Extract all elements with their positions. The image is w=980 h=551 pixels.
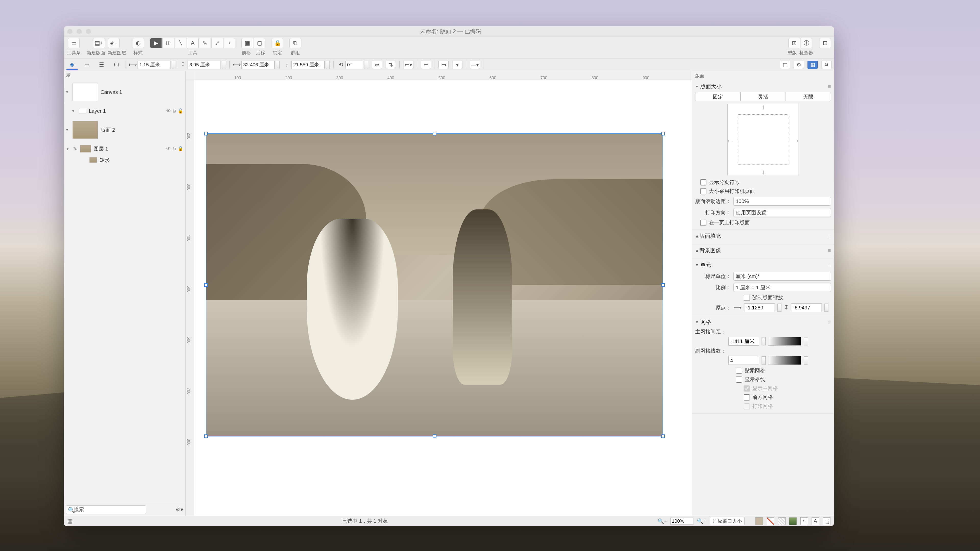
grid-front-checkbox[interactable]: [744, 394, 750, 400]
height-field[interactable]: [291, 61, 325, 69]
section-bg-image[interactable]: ▶背景图像≡: [692, 245, 834, 259]
group-button[interactable]: ⧉: [290, 38, 301, 48]
presentation-icon[interactable]: ▦: [67, 518, 73, 524]
sidebar-tab-outline[interactable]: ▭: [81, 60, 92, 70]
print-icon[interactable]: ⎙: [173, 146, 176, 151]
sidebar-shape-rect[interactable]: 矩形: [64, 155, 185, 165]
sidebar-canvas-2[interactable]: ▼ 版面 2: [64, 117, 185, 143]
force-scale-checkbox[interactable]: [744, 295, 750, 301]
print-on-one-page-checkbox[interactable]: [700, 220, 706, 226]
y-stepper[interactable]: [222, 61, 226, 69]
rot-stepper[interactable]: [364, 61, 368, 69]
x-stepper[interactable]: [172, 61, 176, 69]
eye-icon[interactable]: 👁: [166, 146, 171, 151]
origin-x-field[interactable]: [744, 303, 775, 312]
canvas-viewport[interactable]: [194, 80, 692, 516]
resize-handle-tr[interactable]: [661, 132, 665, 135]
size-mode-fixed[interactable]: 固定: [695, 92, 741, 101]
text-tool-button[interactable]: A: [187, 38, 199, 48]
show-page-breaks-checkbox[interactable]: [700, 179, 706, 186]
zoom-level-field[interactable]: [670, 518, 694, 525]
print-icon[interactable]: ⎙: [173, 108, 176, 114]
sidebar-tab-guides[interactable]: ☰: [96, 60, 107, 70]
origin-y-field[interactable]: [791, 303, 822, 312]
line-tool-button[interactable]: ╲: [175, 38, 186, 48]
eye-icon[interactable]: 👁: [166, 108, 171, 114]
ruler-units-select[interactable]: 厘米 (cm)*: [733, 272, 831, 281]
zoom-out-icon[interactable]: 🔍−: [658, 518, 667, 524]
new-canvas-button[interactable]: ▤+: [93, 38, 105, 48]
close-window-button[interactable]: [67, 29, 73, 34]
inspector-tab-document[interactable]: 🗎: [821, 61, 832, 69]
scale-select[interactable]: 1 厘米 = 1 厘米: [733, 283, 831, 292]
inspector-toggle-button[interactable]: ⓘ: [800, 38, 812, 48]
flip-v-button[interactable]: ⇅: [386, 61, 396, 69]
sub-grid-count-field[interactable]: [729, 356, 759, 365]
sidebar-tab-layers[interactable]: ◈: [66, 60, 78, 70]
inspector-tab-canvas[interactable]: ▦: [808, 61, 818, 69]
disclosure-triangle-icon[interactable]: ▼: [72, 109, 76, 113]
shape-tool-button[interactable]: ◻⃕: [162, 38, 174, 48]
lock-icon[interactable]: 🔓: [178, 108, 183, 114]
resize-handle-ml[interactable]: [204, 283, 208, 287]
toolbar-button-customize[interactable]: ▭: [68, 38, 80, 48]
inspector-tab-geometry[interactable]: ◫: [780, 61, 790, 69]
zoom-window-button[interactable]: [86, 29, 91, 34]
crop-tool-button[interactable]: ⤢: [211, 38, 223, 48]
fit-to-window-button[interactable]: 适应窗口大小: [710, 517, 745, 525]
send-backward-button[interactable]: ▢: [254, 38, 266, 48]
inspector-geometry-icon[interactable]: ⬚: [823, 517, 830, 525]
sidebar-layer-1[interactable]: ▼ Layer 1 👁⎙🔓: [64, 105, 185, 117]
width-field[interactable]: [242, 61, 275, 69]
fill-color-swatch[interactable]: [756, 517, 763, 525]
snap-to-grid-checkbox[interactable]: [736, 368, 742, 374]
selected-image-object[interactable]: [206, 133, 663, 437]
sidebar-layer-2[interactable]: ▼ ✎ 图层 1 👁⎙🔓: [64, 143, 185, 155]
section-title-units[interactable]: ▼单元≡: [695, 260, 831, 271]
sub-grid-color-swatch[interactable]: [768, 356, 801, 365]
new-layer-button[interactable]: ◈+: [108, 38, 120, 48]
sidebar-tab-selection[interactable]: ⬚: [111, 60, 122, 70]
more-tools-button[interactable]: ›: [224, 38, 235, 48]
section-canvas-fill[interactable]: ▶版面填充≡: [692, 230, 834, 245]
main-grid-color-swatch[interactable]: [768, 337, 801, 346]
resize-handle-bm[interactable]: [433, 434, 436, 438]
vertical-ruler[interactable]: 200 300 400 500 600 700 800: [186, 80, 194, 516]
minimize-window-button[interactable]: [76, 29, 82, 34]
scroll-margin-field[interactable]: 100%: [733, 197, 831, 206]
resize-handle-tl[interactable]: [204, 132, 208, 135]
use-printer-size-checkbox[interactable]: [700, 188, 706, 194]
page-size-diagram[interactable]: ↑ ↓ ← →: [727, 104, 799, 175]
inspector-shadow-icon[interactable]: [778, 517, 786, 525]
inspector-line-icon[interactable]: ○: [800, 517, 808, 525]
section-title-grid[interactable]: ▼网格≡: [695, 318, 831, 328]
disclosure-triangle-icon[interactable]: ▼: [65, 90, 70, 94]
resize-handle-tm[interactable]: [433, 132, 436, 135]
shadow-menu-button[interactable]: ▾: [452, 61, 463, 69]
print-orientation-select[interactable]: 使用页面设置: [733, 208, 831, 217]
panel-toggle-button[interactable]: ⊡: [819, 38, 831, 48]
inspector-tab-properties[interactable]: ⚙: [794, 61, 804, 69]
resize-handle-bl[interactable]: [204, 434, 208, 438]
inspector-stroke-icon[interactable]: [767, 517, 774, 525]
x-position-field[interactable]: [138, 61, 171, 69]
stroke-style-button[interactable]: —▾: [470, 61, 480, 69]
ruler-origin-button[interactable]: [186, 71, 194, 80]
stroke-swatch-button[interactable]: ▭: [421, 61, 431, 69]
fill-swatch-button[interactable]: ▭▾: [403, 61, 414, 69]
lock-icon[interactable]: 🔓: [178, 146, 183, 151]
lock-button[interactable]: 🔒: [272, 38, 283, 48]
menu-icon[interactable]: ≡: [828, 83, 831, 89]
disclosure-triangle-icon[interactable]: ▼: [65, 128, 70, 132]
main-grid-spacing-field[interactable]: [729, 337, 759, 346]
zoom-in-icon[interactable]: 🔍+: [697, 518, 706, 524]
disclosure-triangle-icon[interactable]: ▼: [66, 147, 70, 151]
model-button[interactable]: ⊞: [788, 38, 800, 48]
section-title-canvas-size[interactable]: ▼版面大小≡: [695, 82, 831, 92]
sidebar-search-input[interactable]: [66, 505, 146, 514]
flip-h-button[interactable]: ⇄: [372, 61, 382, 69]
shadow-button[interactable]: ▭: [438, 61, 449, 69]
inspector-text-icon[interactable]: A: [811, 517, 819, 525]
style-button[interactable]: ◐: [132, 38, 144, 48]
pen-tool-button[interactable]: ✎: [199, 38, 211, 48]
